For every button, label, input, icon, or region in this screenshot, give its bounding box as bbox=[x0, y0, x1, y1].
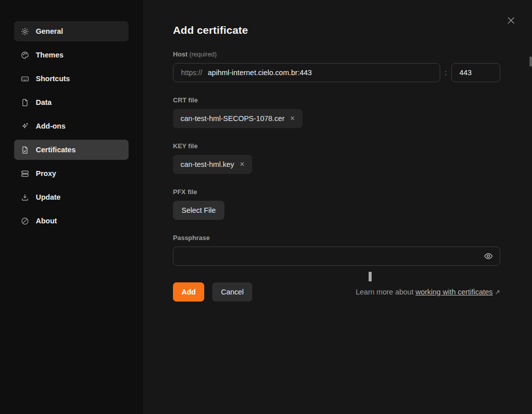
host-input-box: https:// bbox=[173, 63, 440, 82]
certificate-icon bbox=[21, 146, 29, 154]
sidebar-item-label: Update bbox=[36, 193, 61, 201]
port-input-box bbox=[451, 63, 500, 82]
remove-crt-icon[interactable]: × bbox=[290, 114, 294, 123]
sidebar-item-general[interactable]: General bbox=[14, 21, 129, 41]
text-cursor bbox=[369, 272, 372, 281]
sidebar-item-themes[interactable]: Themes bbox=[14, 45, 129, 65]
sidebar-item-label: Data bbox=[36, 98, 51, 106]
sidebar-item-data[interactable]: Data bbox=[14, 92, 129, 112]
close-dialog-button[interactable] bbox=[505, 15, 516, 26]
cancel-button[interactable]: Cancel bbox=[212, 282, 252, 302]
certificates-help-link[interactable]: working with certificates bbox=[416, 288, 493, 296]
sidebar-item-add-ons[interactable]: Add-ons bbox=[14, 116, 129, 136]
sidebar-item-label: About bbox=[36, 217, 57, 225]
dialog-title: Add certificate bbox=[173, 24, 500, 36]
required-note: (required) bbox=[190, 51, 217, 58]
host-label: Host (required) bbox=[173, 50, 500, 58]
help-prefix: Learn more about bbox=[356, 288, 416, 296]
remove-key-icon[interactable]: × bbox=[240, 160, 244, 168]
add-certificate-dialog: Add certificate Host (required) https://… bbox=[143, 0, 532, 414]
sidebar-item-label: Proxy bbox=[36, 169, 56, 178]
passphrase-input[interactable] bbox=[181, 247, 478, 265]
sidebar-item-shortcuts[interactable]: Shortcuts bbox=[14, 69, 129, 89]
sidebar-item-about[interactable]: About bbox=[14, 211, 129, 231]
sidebar-item-label: Add-ons bbox=[36, 122, 66, 130]
sidebar-item-label: Themes bbox=[36, 51, 64, 59]
toggle-passphrase-visibility-button[interactable] bbox=[484, 252, 493, 261]
eye-icon bbox=[484, 252, 493, 261]
add-button[interactable]: Add bbox=[173, 282, 204, 302]
sidebar-item-certificates[interactable]: Certificates bbox=[14, 140, 129, 160]
download-icon bbox=[21, 193, 29, 202]
sidebar-item-label: Certificates bbox=[36, 146, 76, 154]
sidebar-item-label: Shortcuts bbox=[36, 75, 70, 83]
gear-icon bbox=[21, 27, 29, 36]
help-text: Learn more about working with certificat… bbox=[356, 288, 500, 296]
port-input[interactable] bbox=[459, 64, 532, 82]
host-input[interactable] bbox=[208, 64, 440, 82]
port-separator: : bbox=[445, 69, 447, 77]
sidebar-item-label: General bbox=[36, 27, 63, 35]
crt-file-label: CRT file bbox=[173, 96, 500, 104]
passphrase-input-box bbox=[173, 247, 500, 266]
key-file-chip: can-test-hml.key × bbox=[173, 155, 252, 174]
sidebar-item-update[interactable]: Update bbox=[14, 187, 129, 207]
crt-file-name: can-test-hml-SECOPS-1078.cer bbox=[181, 114, 284, 123]
pfx-file-label: PFX file bbox=[173, 188, 500, 196]
dialog-footer: Add Cancel Learn more about working with… bbox=[173, 282, 500, 302]
sidebar-item-proxy[interactable]: Proxy bbox=[14, 163, 129, 184]
crt-file-chip: can-test-hml-SECOPS-1078.cer × bbox=[173, 109, 303, 128]
file-icon bbox=[21, 98, 29, 107]
key-file-name: can-test-hml.key bbox=[181, 160, 234, 168]
palette-icon bbox=[21, 51, 29, 60]
server-icon bbox=[21, 169, 29, 178]
select-pfx-file-button[interactable]: Select File bbox=[173, 201, 224, 220]
host-row: https:// : bbox=[173, 63, 500, 82]
protocol-prefix: https:// bbox=[173, 69, 208, 77]
keyboard-icon bbox=[21, 75, 29, 83]
key-file-label: KEY file bbox=[173, 142, 500, 150]
passphrase-label: Passphrase bbox=[173, 234, 500, 242]
sparkles-icon bbox=[21, 122, 29, 131]
close-icon bbox=[506, 16, 516, 25]
scrollbar-thumb[interactable] bbox=[529, 56, 532, 67]
settings-sidebar: General Themes Shortcuts bbox=[0, 0, 143, 414]
circle-slash-icon bbox=[21, 217, 29, 225]
external-link-arrow-icon: ↗ bbox=[495, 288, 500, 296]
